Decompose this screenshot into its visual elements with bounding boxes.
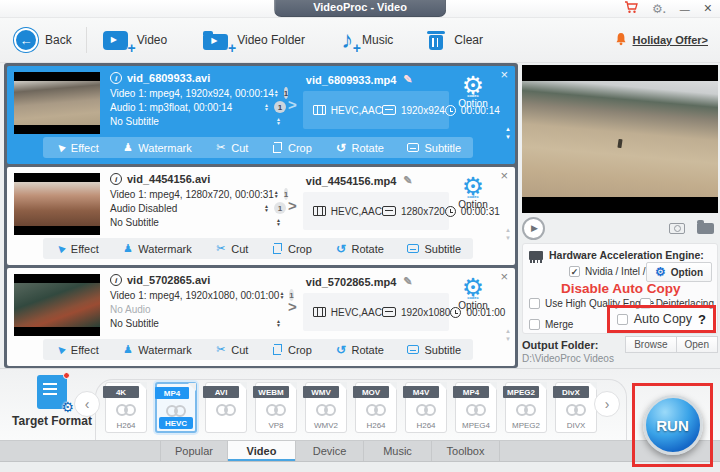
format-card-wmv-wmv2[interactable]: WMVWMV2 [305, 382, 347, 433]
rotate-button[interactable]: Rotate [335, 344, 383, 356]
video-list-item-2[interactable]: vid_4454156.avi Video 1: mpeg4, 1280x720… [7, 167, 515, 265]
subtitle-stepper[interactable] [276, 218, 281, 226]
hw-option-button[interactable]: Option [646, 262, 712, 282]
holiday-offer-link[interactable]: Holiday Offer> [615, 32, 709, 48]
effect-button[interactable]: Effect [55, 243, 99, 255]
cut-button[interactable]: Cut [215, 344, 248, 356]
audio-track-stepper[interactable] [264, 204, 269, 212]
crop-button[interactable]: Crop [272, 243, 312, 255]
rotate-label: Rotate [351, 243, 383, 255]
tab-popular[interactable]: Popular [160, 441, 228, 461]
info-icon[interactable] [110, 274, 122, 286]
video-track-stepper[interactable] [274, 190, 279, 198]
video-track-stepper[interactable] [279, 291, 284, 299]
rename-icon[interactable] [403, 174, 412, 187]
auto-copy-checkbox[interactable] [617, 314, 628, 325]
format-card-mov-h264[interactable]: MOVH264 [355, 382, 397, 433]
add-music-button[interactable]: Music [341, 30, 393, 50]
open-button[interactable]: Open [677, 336, 718, 353]
settings-gear-icon[interactable] [652, 2, 666, 16]
cart-icon[interactable] [624, 1, 638, 16]
open-folder-icon[interactable] [697, 223, 714, 234]
browse-button[interactable]: Browse [625, 336, 676, 353]
format-card-mp4-mpeg4[interactable]: MP4MPEG4 [455, 382, 497, 433]
video-track-info: Video 1: mpeg4, 1920x924, 00:00:14 [110, 88, 274, 99]
effect-button[interactable]: Effect [55, 344, 99, 356]
play-button[interactable] [522, 217, 545, 240]
rename-icon[interactable] [403, 275, 412, 288]
add-video-folder-button[interactable]: Video Folder [203, 30, 305, 50]
format-codec: H264 [358, 421, 394, 430]
snapshot-camera-icon[interactable] [669, 223, 685, 234]
subtitle-button[interactable]: Subtitle [407, 142, 461, 154]
cut-button[interactable]: Cut [215, 243, 248, 255]
high-quality-checkbox[interactable] [529, 298, 540, 309]
reorder-arrows[interactable] [505, 328, 511, 342]
format-cards: 4KH264 MP4HEVC AVI WEBMVP8 WMVWMV2 MOVH2… [105, 382, 597, 433]
rotate-button[interactable]: Rotate [335, 142, 383, 154]
tab-music[interactable]: Music [364, 441, 432, 461]
add-video-button[interactable]: Video [103, 31, 167, 50]
tab-toolbox[interactable]: Toolbox [432, 441, 500, 461]
rotate-button[interactable]: Rotate [335, 243, 383, 255]
clear-button[interactable]: Clear [429, 31, 483, 50]
video-track-stepper[interactable] [274, 89, 279, 97]
format-card-m4v-h264[interactable]: M4VH264 [405, 382, 447, 433]
merge-checkbox[interactable] [529, 319, 540, 330]
subtitle-label: Subtitle [424, 142, 461, 154]
subtitle-button[interactable]: Subtitle [407, 243, 461, 255]
add-folder-icon [203, 34, 228, 50]
info-icon[interactable] [110, 173, 122, 185]
video-list-item-1[interactable]: vid_6809933.avi Video 1: mpeg4, 1920x924… [7, 66, 515, 164]
run-button[interactable]: RUN [643, 395, 703, 455]
watermark-button[interactable]: Watermark [122, 344, 191, 356]
trash-icon [429, 35, 443, 50]
subtitle-stepper[interactable] [276, 117, 281, 125]
format-card-mpeg2[interactable]: MPEG2MPEG2 [505, 382, 547, 433]
format-card-mp4-hevc[interactable]: MP4HEVC [155, 382, 197, 433]
cut-button[interactable]: Cut [215, 142, 248, 154]
resolution-icon [382, 105, 396, 115]
video-track-info: Video 1: mpeg4, 1280x720, 00:00:31 [110, 189, 274, 200]
output-filename: vid_6809933.mp4 [306, 74, 397, 86]
scroll-right-button[interactable] [594, 391, 620, 417]
minimize-icon[interactable] [680, 3, 690, 15]
reorder-arrows[interactable] [505, 227, 511, 241]
close-icon[interactable] [704, 3, 712, 15]
format-badge: MPEG2 [503, 386, 539, 398]
format-card-divx[interactable]: DivXDIVX [555, 382, 597, 433]
remove-item-icon[interactable] [500, 269, 508, 284]
video-list-item-3[interactable]: vid_5702865.avi Video 1: mpeg4, 1920x108… [7, 268, 515, 366]
watermark-button[interactable]: Watermark [122, 243, 191, 255]
subtitle-stepper[interactable] [276, 319, 281, 327]
video-preview [522, 65, 718, 213]
subtitle-button[interactable]: Subtitle [407, 344, 461, 356]
format-badge: DivX [553, 386, 589, 398]
crop-button[interactable]: Crop [272, 344, 312, 356]
nvidia-checkbox[interactable] [569, 266, 580, 277]
info-icon[interactable] [110, 72, 122, 84]
help-icon[interactable]: ? [698, 312, 706, 327]
codec-option-button[interactable]: codec Option [451, 72, 495, 109]
format-card-avi[interactable]: AVI [205, 382, 247, 433]
reorder-arrows[interactable] [505, 126, 511, 140]
crop-button[interactable]: Crop [272, 142, 312, 154]
remove-item-icon[interactable] [500, 67, 508, 82]
format-card-webm-vp8[interactable]: WEBMVP8 [255, 382, 297, 433]
effect-button[interactable]: Effect [55, 142, 99, 154]
remove-item-icon[interactable] [500, 168, 508, 183]
crop-label: Crop [288, 243, 312, 255]
tab-video[interactable]: Video [228, 441, 296, 461]
format-card-4k-h264[interactable]: 4KH264 [105, 382, 147, 433]
audio-track-stepper[interactable] [264, 103, 269, 111]
scroll-left-button[interactable] [74, 391, 100, 417]
notification-dot [63, 372, 70, 379]
codec-option-button[interactable]: codec Option [451, 173, 495, 210]
convert-arrow-icon [288, 96, 297, 113]
codec-option-button[interactable]: codec Option [451, 274, 495, 311]
tab-device[interactable]: Device [296, 441, 364, 461]
subtitle-info: No Subtitle [110, 318, 276, 329]
rename-icon[interactable] [403, 73, 412, 86]
back-button[interactable]: Back [14, 28, 72, 52]
watermark-button[interactable]: Watermark [122, 142, 191, 154]
